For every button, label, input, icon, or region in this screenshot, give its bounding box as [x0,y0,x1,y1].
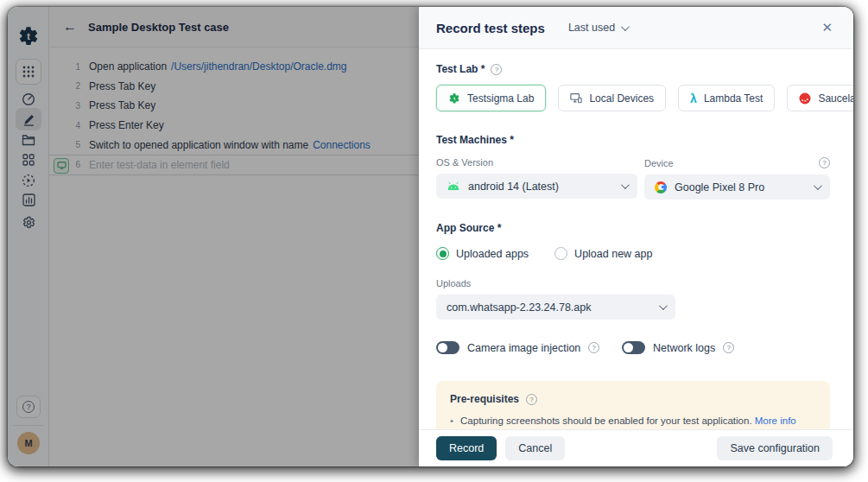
network-logs-toggle[interactable] [622,341,645,354]
camera-image-injection-toggle-item: Camera image injection ? [436,341,622,354]
saucelabs-icon [799,92,811,105]
lab-option-lambda-test[interactable]: λ Lambda Test [678,85,775,111]
os-version-label: OS & Version [436,157,637,168]
uploads-select[interactable]: com.whatsapp-2.23.24.78.apk [436,295,675,320]
lab-option-local-devices[interactable]: Local Devices [558,85,666,111]
toggle-label: Camera image injection [467,342,580,354]
os-version-select[interactable]: android 14 (Latest) [436,174,637,199]
help-icon[interactable]: ? [588,342,599,353]
svg-text:t: t [453,95,455,100]
device-label-row: Device ? [644,157,830,168]
lab-option-saucelabs[interactable]: Saucelabs [787,85,853,111]
panel-title: Record test steps [436,21,545,35]
test-lab-label: Test Lab * [436,63,485,75]
radio-uploaded-apps[interactable]: Uploaded apps [436,247,529,260]
radio-on-icon [436,247,449,260]
network-logs-toggle-item: Network logs ? [622,341,734,354]
test-lab-section-label: Test Lab * ? [436,63,830,75]
prerequisite-item: • Capturing screenshots should be enable… [450,414,816,428]
panel-header: Record test steps Last used ✕ [419,7,853,49]
chevron-down-icon [621,181,630,189]
close-icon[interactable]: ✕ [818,16,836,39]
help-icon[interactable]: ? [526,394,537,405]
chevron-down-icon [659,301,668,310]
record-test-steps-panel: Record test steps Last used ✕ Test Lab *… [419,7,853,466]
help-icon[interactable]: ? [491,64,502,75]
app-source-radios: Uploaded apps Upload new app [436,247,830,260]
prerequisites-title-row: Pre-requisites ? [450,393,816,405]
record-button[interactable]: Record [436,436,497,460]
last-used-label: Last used [568,22,615,34]
device-label: Device [644,158,674,168]
chevron-down-icon [621,22,630,31]
test-machines-section-label: Test Machines * [436,134,830,146]
testsigma-green-gear-icon: t [448,92,460,105]
devices-icon [570,92,582,104]
app-window: t ? M ← Sample De [8,7,853,466]
prerequisites-list: • Capturing screenshots should be enable… [450,414,816,429]
lambdatest-icon: λ [690,92,697,105]
lab-option-label: Lambda Test [704,92,763,105]
uploads-value: com.whatsapp-2.23.24.78.apk [447,301,591,314]
radio-label: Upload new app [574,248,652,260]
android-icon [447,181,460,191]
radio-upload-new-app[interactable]: Upload new app [554,247,652,260]
toggles-row: Camera image injection ? Network logs ? [436,341,830,354]
panel-footer: Record Cancel Save configuration [419,429,853,466]
os-version-value: android 14 (Latest) [468,181,559,193]
uploads-label: Uploads [436,278,830,289]
toggle-label: Network logs [653,342,715,354]
chevron-down-icon [814,181,822,190]
lab-option-label: Local Devices [589,92,654,105]
radio-label: Uploaded apps [456,248,529,260]
cancel-button[interactable]: Cancel [505,436,565,460]
panel-body: Test Lab * ? t Testsigma Lab Local Devic… [419,49,853,429]
app-source-label: App Source * [436,222,501,234]
save-configuration-button[interactable]: Save configuration [717,436,833,460]
lab-option-testsigma[interactable]: t Testsigma Lab [436,85,546,111]
prerequisites-title: Pre-requisites [450,393,519,405]
help-icon[interactable]: ? [819,157,830,168]
machine-columns: OS & Version android 14 (Latest) Device … [436,157,830,200]
device-select[interactable]: Google Pixel 8 Pro [644,174,830,200]
google-icon [655,181,667,193]
test-lab-options: t Testsigma Lab Local Devices λ Lambda T… [436,85,830,111]
lab-option-label: Testsigma Lab [467,92,534,105]
radio-off-icon [554,247,567,260]
help-icon[interactable]: ? [723,342,734,353]
device-value: Google Pixel 8 Pro [675,181,764,193]
last-used-dropdown[interactable]: Last used [568,22,627,34]
prerequisite-text: Capturing screenshots should be enabled … [460,415,752,426]
bullet-icon: • [450,414,453,428]
test-machines-label: Test Machines * [436,134,514,146]
app-source-section-label: App Source * [436,222,830,234]
camera-injection-toggle[interactable] [436,341,459,354]
prerequisites-box: Pre-requisites ? • Capturing screenshots… [436,381,830,429]
lab-option-label: Saucelabs [818,92,853,105]
more-info-link[interactable]: More info [755,415,796,426]
